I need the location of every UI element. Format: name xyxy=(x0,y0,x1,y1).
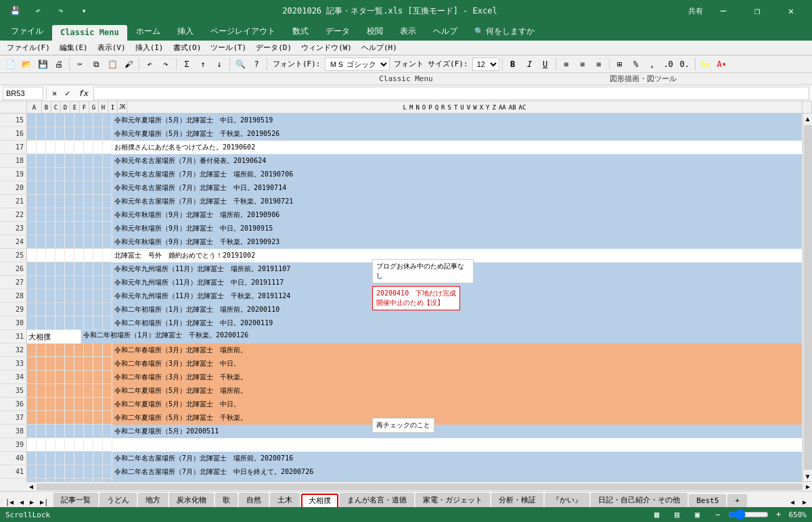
share-button[interactable]: 共有 xyxy=(686,1,705,20)
cell-stub[interactable] xyxy=(103,289,112,303)
cell-stub[interactable] xyxy=(93,479,103,481)
cell-stub[interactable] xyxy=(55,343,65,357)
cell-stub[interactable] xyxy=(103,465,112,479)
cell-stub[interactable] xyxy=(74,168,84,181)
undo-button[interactable]: ↶ xyxy=(28,1,47,20)
tab-review[interactable]: 校閲 xyxy=(359,23,391,41)
cell-stub[interactable] xyxy=(65,127,74,141)
save-tb-button[interactable]: 💾 xyxy=(35,57,50,72)
cell-stub[interactable] xyxy=(84,276,93,289)
cell-stub[interactable] xyxy=(65,343,74,357)
sheet-tab-kai[interactable]: 『かい』 xyxy=(545,493,589,507)
cell-stub[interactable] xyxy=(65,357,74,371)
menu-insert[interactable]: 挿入(I) xyxy=(131,42,168,53)
cell-stub[interactable] xyxy=(55,438,65,452)
row-header-22[interactable]: 22 xyxy=(0,208,26,222)
list-item[interactable]: 令和二年夏場所（5月）北陣冨士 千秋楽。 xyxy=(112,411,803,425)
menu-help[interactable]: ヘルプ(H) xyxy=(357,42,401,53)
cell-stub[interactable] xyxy=(103,208,112,222)
row-header-38[interactable]: 38 xyxy=(0,425,26,438)
row-header-29[interactable]: 29 xyxy=(0,303,26,316)
cell-stub[interactable] xyxy=(74,235,84,249)
tab-page-layout[interactable]: ページレイアウト xyxy=(202,23,284,41)
col-header-J-K[interactable]: JK xyxy=(118,101,127,113)
cell-stub[interactable] xyxy=(37,154,46,168)
cell-stub[interactable] xyxy=(55,154,65,168)
cell-stub[interactable] xyxy=(65,262,74,276)
cell-stub[interactable] xyxy=(74,276,84,289)
cell-stub[interactable] xyxy=(27,262,37,276)
cell-stub[interactable] xyxy=(103,384,112,398)
cell-stub[interactable] xyxy=(93,195,103,208)
cell-stub[interactable] xyxy=(93,371,103,384)
cell-stub[interactable] xyxy=(46,465,55,479)
cell-stub[interactable] xyxy=(46,452,55,465)
new-button[interactable]: 📄 xyxy=(3,57,18,72)
cell-stub[interactable] xyxy=(103,249,112,262)
bold-button[interactable]: B xyxy=(505,57,520,72)
list-item[interactable]: 令和二年夏場所（5月）北陣冨士 場所前。 xyxy=(112,384,803,398)
row-header-35[interactable]: 35 xyxy=(0,384,26,398)
list-item[interactable]: 令和二年春場所（3月）北陣冨士 千秋楽。 xyxy=(112,371,803,384)
cell-stub[interactable] xyxy=(103,452,112,465)
cell-stub[interactable] xyxy=(103,262,112,276)
cell-stub[interactable] xyxy=(65,222,74,235)
cell-stub[interactable] xyxy=(74,411,84,425)
cell-stub[interactable] xyxy=(55,384,65,398)
cell-stub[interactable] xyxy=(27,168,37,181)
cell-stub[interactable] xyxy=(27,384,37,398)
cell-stub[interactable] xyxy=(27,357,37,371)
cell-stub[interactable] xyxy=(37,262,46,276)
cell-stub[interactable] xyxy=(37,479,46,481)
row-header-21[interactable]: 21 xyxy=(0,195,26,208)
format-painter-button[interactable]: 🖌 xyxy=(121,57,136,72)
cell-stub[interactable] xyxy=(27,465,37,479)
cell-stub[interactable] xyxy=(27,222,37,235)
cell-stub[interactable] xyxy=(93,465,103,479)
cell-stub[interactable] xyxy=(74,195,84,208)
print-button[interactable]: 🖨 xyxy=(51,57,66,72)
cell-stub[interactable] xyxy=(93,452,103,465)
cell-stub[interactable] xyxy=(46,276,55,289)
cell-stub[interactable] xyxy=(55,398,65,411)
cell-stub[interactable] xyxy=(74,222,84,235)
cell-stub[interactable] xyxy=(74,181,84,195)
cell-stub[interactable] xyxy=(84,249,93,262)
list-item[interactable]: 令和元年夏場所（5月）北陣冨士 中日。20190519 xyxy=(112,114,803,127)
row-header-32[interactable]: 32 xyxy=(0,343,26,357)
row-header-15[interactable]: 15 xyxy=(0,114,26,127)
cell-stub[interactable] xyxy=(65,141,74,154)
cell-stub[interactable] xyxy=(37,289,46,303)
formula-cancel-button[interactable]: ✕ xyxy=(49,89,60,98)
sheet-tab-analysis[interactable]: 分析・検証 xyxy=(491,493,543,507)
cell-stub[interactable] xyxy=(27,343,37,357)
row-header-24[interactable]: 24 xyxy=(0,235,26,249)
cell-stub[interactable] xyxy=(74,127,84,141)
cell-stub[interactable] xyxy=(93,114,103,127)
cell-stub[interactable] xyxy=(74,289,84,303)
cell-stub[interactable] xyxy=(93,222,103,235)
list-item[interactable]: 令和二年初場所（1月）北陣冨士 千秋楽。20200126 xyxy=(81,330,803,343)
col-header-C[interactable]: C xyxy=(51,101,61,113)
view-normal-button[interactable]: ▦ xyxy=(650,507,664,522)
cell-stub[interactable] xyxy=(65,195,74,208)
cell-stub[interactable] xyxy=(84,438,93,452)
sheet-tab-appliances[interactable]: 家電・ガジェット xyxy=(415,493,490,507)
cell-stub[interactable] xyxy=(46,168,55,181)
row-header-39[interactable]: 39 xyxy=(0,438,26,452)
row-header-20[interactable]: 20 xyxy=(0,181,26,195)
cell-stub[interactable] xyxy=(103,127,112,141)
row-header-25[interactable]: 25 xyxy=(0,249,26,262)
cell-stub[interactable] xyxy=(74,479,84,481)
cell-stub[interactable] xyxy=(93,249,103,262)
cell-stub[interactable] xyxy=(27,479,37,481)
cell-stub[interactable] xyxy=(93,384,103,398)
row-header-19[interactable]: 19 xyxy=(0,168,26,181)
cell-stub[interactable] xyxy=(93,411,103,425)
cell-stub[interactable] xyxy=(27,195,37,208)
cell-stub[interactable] xyxy=(55,141,65,154)
scroll-left-button[interactable]: ◀ xyxy=(27,483,35,490)
cell-stub[interactable] xyxy=(74,384,84,398)
sheet-tab-soil[interactable]: 土木 xyxy=(270,493,300,507)
cell-stub[interactable] xyxy=(103,316,112,330)
